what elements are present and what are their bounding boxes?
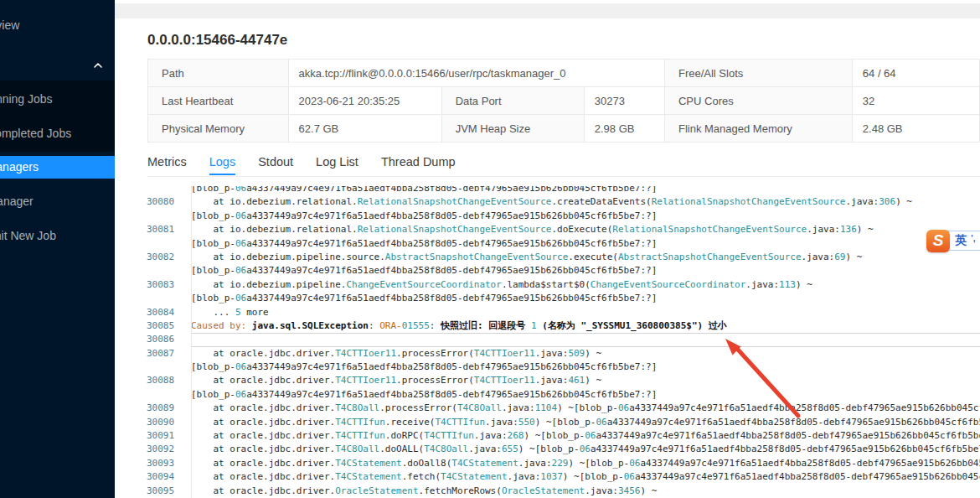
line-number: 30090 (115, 416, 191, 429)
tab-stdout[interactable]: Stdout (258, 155, 293, 175)
log-line-text: at oracle.jdbc.driver.T4CStatement.fetch… (191, 470, 980, 484)
sidebar-item-label: Task Managers (0, 156, 39, 179)
log-line: [blob_p-06a4337449a97c4e971f6a51aedf4bba… (115, 361, 980, 374)
log-line-text: at io.debezium.relational.RelationalSnap… (191, 223, 980, 236)
log-line-text: at oracle.jdbc.driver.OracleStatement.fe… (191, 485, 980, 498)
main-content: 0.0.0.0:15466-44747e Path akka.tcp://fli… (115, 0, 980, 498)
tab-thread-dump[interactable]: Thread Dump (381, 155, 456, 175)
log-line-text: at oracle.jdbc.driver.T4C8Oall.doOALL(T4… (191, 443, 980, 456)
log-line: 30084 ... 5 more (115, 306, 980, 319)
log-line-text (191, 333, 980, 346)
log-line: 30092 at oracle.jdbc.driver.T4C8Oall.doO… (115, 443, 980, 456)
info-value: 2023-06-21 20:35:25 (288, 87, 441, 115)
sidebar: Overview Running Jobs Completed Jobs Tas… (0, 0, 115, 498)
line-number: 30085 (115, 319, 191, 333)
log-line-text: at oracle.jdbc.driver.T4C8Oall.processEr… (191, 402, 980, 415)
log-viewer[interactable]: [blob_p-06a4337449a97c4e971f6a51aedf4bba… (115, 186, 980, 498)
sidebar-item-label: Completed Jobs (0, 122, 71, 145)
log-line-text: at oracle.jdbc.driver.T4CTTIoer11.proces… (191, 374, 980, 387)
log-line: 30091 at oracle.jdbc.driver.T4CTTIfun.do… (115, 429, 980, 443)
log-line-text: at oracle.jdbc.driver.T4CTTIoer11.proces… (191, 347, 980, 361)
ime-punctuation-indicator: ’, (971, 234, 976, 243)
log-line: [blob_p-06a4337449a97c4e971f6a51aedf4bba… (115, 292, 980, 305)
log-line-text: [blob_p-06a4337449a97c4e971f6a51aedf4bba… (191, 264, 980, 278)
ime-language-mode[interactable]: 英 (955, 233, 967, 248)
sogou-ime-widget[interactable]: S 英 ’, (926, 228, 980, 253)
log-line-text: Caused by: java.sql.SQLException: ORA-01… (191, 319, 980, 333)
log-line: 30095 at oracle.jdbc.driver.OracleStatem… (115, 485, 980, 498)
line-number: 30084 (115, 306, 191, 319)
log-line-text: at oracle.jdbc.driver.T4CTTIfun.doRPC(T4… (191, 429, 980, 443)
log-line: 30085Caused by: java.sql.SQLException: O… (115, 319, 980, 333)
log-line-text: [blob_p-06a4337449a97c4e971f6a51aedf4bba… (191, 361, 980, 374)
log-line: [blob_p-06a4337449a97c4e971f6a51aedf4bba… (115, 210, 980, 223)
line-number: 30091 (115, 429, 191, 443)
tab-logs[interactable]: Logs (209, 155, 235, 175)
log-line: [blob_p-06a4337449a97c4e971f6a51aedf4bba… (115, 186, 980, 195)
chevron-up-icon[interactable] (93, 60, 103, 70)
sidebar-item-label: Job Manager (0, 189, 34, 213)
log-line: 30094 at oracle.jdbc.driver.T4CStatement… (115, 470, 980, 484)
log-line: [blob_p-06a4337449a97c4e971f6a51aedf4bba… (115, 264, 980, 278)
table-row: Physical Memory 62.7 GB JVM Heap Size 2.… (148, 115, 980, 143)
log-line: 30087 at oracle.jdbc.driver.T4CTTIoer11.… (115, 347, 980, 361)
log-line: 30080 at io.debezium.relational.Relation… (115, 195, 980, 209)
log-rows: [blob_p-06a4337449a97c4e971f6a51aedf4bba… (115, 186, 980, 498)
gutter-separator (191, 186, 192, 498)
sidebar-item-task-managers[interactable]: Task Managers (0, 156, 115, 179)
info-value: 2.48 GB (852, 115, 979, 143)
info-label: Last Heartbeat (148, 87, 289, 115)
info-value: 64 / 64 (852, 60, 979, 87)
line-number (115, 210, 191, 223)
line-number: 30082 (115, 251, 191, 264)
info-label: CPU Cores (664, 87, 852, 115)
line-number: 30080 (115, 195, 191, 209)
page-title: 0.0.0.0:15466-44747e (147, 32, 287, 49)
tab-log-list[interactable]: Log List (316, 155, 358, 175)
line-number: 30093 (115, 457, 191, 470)
log-line: 30083 at io.debezium.pipeline.ChangeEven… (115, 278, 980, 292)
sidebar-item-job-manager[interactable]: Job Manager (0, 189, 115, 213)
table-row: Last Heartbeat 2023-06-21 20:35:25 Data … (148, 87, 980, 115)
line-number: 30094 (115, 470, 191, 484)
log-line-text: at io.debezium.relational.RelationalSnap… (191, 195, 980, 209)
info-value: akka.tcp://flink@0.0.0.0:15466/user/rpc/… (288, 60, 664, 87)
info-label: Physical Memory (148, 115, 289, 143)
log-line-text: at io.debezium.pipeline.source.AbstractS… (191, 251, 980, 264)
log-line-text: [blob_p-06a4337449a97c4e971f6a51aedf4bba… (191, 292, 980, 305)
log-line-text: [blob_p-06a4337449a97c4e971f6a51aedf4bba… (191, 186, 980, 195)
log-line: 30086 (115, 333, 980, 346)
sidebar-item-label: Running Jobs (0, 87, 53, 111)
tab-bar: Metrics Logs Stdout Log List Thread Dump (147, 149, 980, 177)
log-line-text: [blob_p-06a4337449a97c4e971f6a51aedf4bba… (191, 388, 980, 402)
log-line-text: [blob_p-06a4337449a97c4e971f6a51aedf4bba… (191, 210, 980, 223)
log-line-text: [blob_p-06a4337449a97c4e971f6a51aedf4bba… (191, 237, 980, 251)
taskmanager-info-table: Path akka.tcp://flink@0.0.0.0:15466/user… (147, 59, 980, 143)
log-line: 30082 at io.debezium.pipeline.source.Abs… (115, 251, 980, 264)
log-line-text: at io.debezium.pipeline.ChangeEventSourc… (191, 278, 980, 292)
info-label: Data Port (441, 87, 584, 115)
sidebar-item-overview[interactable]: Overview (0, 13, 115, 37)
tab-metrics[interactable]: Metrics (147, 155, 187, 175)
log-line: 30088 at oracle.jdbc.driver.T4CTTIoer11.… (115, 374, 980, 387)
screenshot-root: Overview Running Jobs Completed Jobs Tas… (0, 0, 980, 498)
log-line: 30090 at oracle.jdbc.driver.T4CTTIfun.re… (115, 416, 980, 429)
log-line: 30089 at oracle.jdbc.driver.T4C8Oall.pro… (115, 402, 980, 415)
info-label: JVM Heap Size (441, 115, 584, 143)
sidebar-item-completed-jobs[interactable]: Completed Jobs (0, 122, 115, 145)
sogou-logo-icon[interactable]: S (926, 230, 950, 252)
info-label: Path (148, 60, 289, 87)
log-line-text: at oracle.jdbc.driver.T4CStatement.doOal… (191, 457, 980, 470)
line-number: 30092 (115, 443, 191, 456)
line-number (115, 292, 191, 305)
info-label: Free/All Slots (664, 60, 852, 87)
line-number: 30088 (115, 374, 191, 387)
table-row: Path akka.tcp://flink@0.0.0.0:15466/user… (148, 60, 980, 87)
line-number: 30083 (115, 278, 191, 292)
log-line: [blob_p-06a4337449a97c4e971f6a51aedf4bba… (115, 388, 980, 402)
log-line-text: ... 5 more (191, 306, 980, 319)
line-number (115, 361, 191, 374)
line-number: 30095 (115, 485, 191, 498)
sidebar-item-submit-new-job[interactable]: Submit New Job (0, 224, 115, 247)
sidebar-item-running-jobs[interactable]: Running Jobs (0, 87, 115, 111)
